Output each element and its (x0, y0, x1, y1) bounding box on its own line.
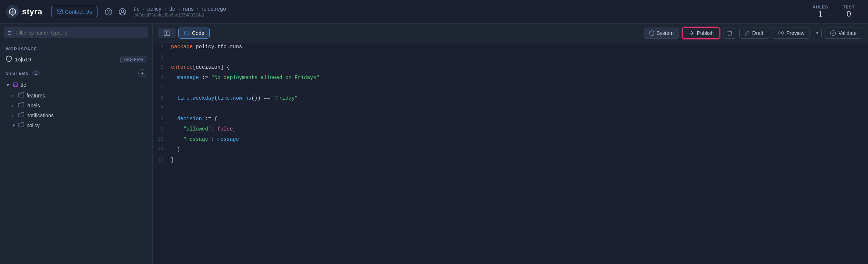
breadcrumb-part-3: tfc (169, 6, 175, 12)
folder-icon (18, 102, 24, 108)
sidebar-item-labels[interactable]: › labels (0, 100, 152, 110)
check-circle-icon (830, 30, 836, 36)
breadcrumb: tfc › policy › tfc › runs › rules.rego (134, 6, 805, 12)
add-system-button[interactable]: + (138, 69, 146, 77)
content-area: Code System Publish (153, 24, 868, 264)
das-badge: DAS Free (120, 56, 146, 63)
top-nav: styra Contact Us tfc › (0, 0, 868, 24)
code-button[interactable]: Code (178, 28, 210, 39)
profile-button[interactable] (119, 8, 126, 15)
code-line-7: 7 (153, 105, 868, 115)
code-line-1: 1package policy.tfc.runs (153, 43, 868, 53)
shield-icon (6, 56, 12, 63)
code-line-9: 9 "allowed": false, (153, 125, 868, 136)
svg-point-5 (121, 10, 124, 12)
publish-icon (689, 31, 694, 36)
labels-label: labels (26, 103, 40, 108)
systems-label: SYSTEMS (6, 71, 29, 75)
contact-label: Contact Us (65, 8, 92, 15)
delete-button[interactable] (723, 28, 736, 39)
publish-button[interactable]: Publish (682, 27, 720, 39)
line-content: time.weekday(time.now_ns()) == "Friday" (171, 95, 298, 101)
code-line-2: 2 (153, 53, 868, 64)
preview-label: Preview (786, 30, 805, 36)
line-content: enforce[decision] { (171, 64, 230, 70)
notifications-label: notifications (26, 113, 54, 118)
draft-label: Draft (752, 30, 763, 36)
sidebar-item-features[interactable]: › features (0, 90, 152, 100)
breadcrumb-part-1: tfc (134, 6, 139, 12)
chevron-right-icon: › (12, 103, 16, 108)
contact-button[interactable]: Contact Us (51, 6, 97, 17)
preview-button[interactable]: Preview (772, 28, 810, 39)
code-line-8: 8 decision := { (153, 115, 868, 125)
code-editor[interactable]: 1package policy.tfc.runs23enforce[decisi… (153, 43, 868, 264)
test-value: 0 (843, 9, 855, 19)
publish-label: Publish (697, 30, 714, 36)
filter-wrapper: ☰ (4, 27, 148, 38)
validate-button[interactable]: Validate (825, 28, 862, 39)
mail-icon (57, 10, 63, 14)
svg-rect-7 (167, 31, 170, 36)
breadcrumb-sep-4: › (197, 6, 200, 12)
chevron-down-icon: ▼ (12, 123, 16, 128)
line-number: 9 (153, 126, 171, 132)
line-content: package policy.tfc.runs (171, 44, 242, 50)
user-icon (119, 8, 126, 15)
svg-point-9 (780, 32, 782, 34)
preview-dropdown-button[interactable]: ▾ (813, 28, 822, 38)
sidebar-item-notifications[interactable]: › notifications (0, 110, 152, 120)
line-content: } (171, 147, 180, 153)
systems-count: 1 (32, 70, 40, 76)
system-button[interactable]: System (644, 28, 679, 39)
rules-value: 1 (813, 9, 828, 19)
line-number: 11 (153, 147, 171, 153)
workspace-item: 1oj519 DAS Free (0, 53, 152, 65)
code-line-5: 5 (153, 84, 868, 94)
line-number: 3 (153, 64, 171, 70)
svg-point-3 (108, 13, 109, 14)
line-number: 5 (153, 85, 171, 91)
rules-stat: RULES 1 (813, 5, 828, 19)
validate-label: Validate (838, 30, 857, 36)
layout-icon (164, 31, 170, 36)
code-line-3: 3enforce[decision] { (153, 64, 868, 74)
workspace-name: 1oj519 (15, 56, 31, 63)
features-label: features (26, 93, 45, 99)
logo-area: styra (6, 5, 42, 18)
line-number: 8 (153, 116, 171, 122)
line-number: 12 (153, 157, 171, 163)
styra-logo-icon (6, 5, 19, 18)
line-number: 6 (153, 95, 171, 101)
svg-point-10 (830, 31, 836, 36)
test-label: TEST (843, 5, 855, 9)
folder-icon (18, 112, 24, 118)
main-layout: ☰ WORKSPACE 1oj519 DAS Free SYSTEMS 1 + (0, 24, 868, 264)
breadcrumb-sep-2: › (164, 6, 168, 12)
help-button[interactable] (105, 8, 112, 15)
sidebar-item-tfc[interactable]: ▼ tfc (0, 79, 152, 90)
filter-input[interactable] (4, 27, 148, 38)
draft-button[interactable]: Draft (739, 28, 769, 39)
systems-header: SYSTEMS 1 + (0, 65, 152, 79)
tfc-label: tfc (21, 82, 26, 88)
line-number: 2 (153, 54, 171, 60)
line-content: "message": message (171, 136, 239, 142)
line-number: 7 (153, 106, 171, 111)
sidebar-item-policy[interactable]: ▼ policy (0, 120, 152, 130)
line-number: 4 (153, 75, 171, 81)
stats-area: RULES 1 TEST 0 (813, 5, 862, 19)
system-label: System (657, 30, 674, 36)
code-line-11: 11 } (153, 146, 868, 156)
test-stat: TEST 0 (843, 5, 855, 19)
tfc-system-icon (13, 81, 18, 89)
sidebar: ☰ WORKSPACE 1oj519 DAS Free SYSTEMS 1 + (0, 24, 153, 264)
layout-toggle-button[interactable] (159, 28, 175, 38)
rules-label: RULES (813, 5, 828, 9)
code-label: Code (192, 30, 204, 36)
sidebar-filter-area: ☰ (0, 24, 152, 42)
line-content: message := "No deployments allowed on Fr… (171, 75, 319, 81)
trash-icon (727, 30, 732, 36)
shield-small-icon (649, 30, 654, 36)
folder-icon (18, 92, 24, 99)
